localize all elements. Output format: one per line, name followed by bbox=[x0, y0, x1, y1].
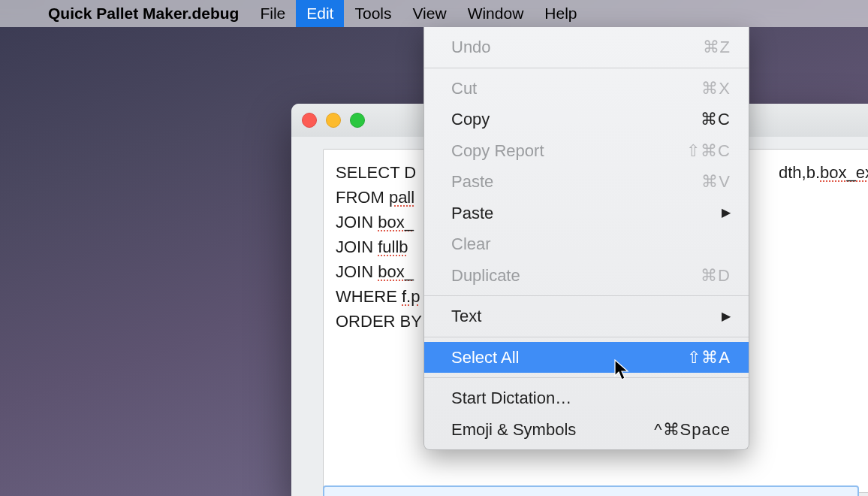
menu-separator bbox=[424, 337, 749, 337]
menu-item-shortcut: ⌘X bbox=[701, 78, 731, 99]
menu-item-shortcut: ⇧⌘A bbox=[687, 347, 731, 368]
menu-tools[interactable]: Tools bbox=[344, 0, 402, 27]
menu-item-shortcut: ⇧⌘C bbox=[686, 141, 731, 162]
menubar: Quick Pallet Maker.debug File Edit Tools… bbox=[0, 0, 868, 27]
menu-item-label: Text bbox=[451, 306, 722, 327]
menu-item-shortcut: ^⌘Space bbox=[654, 419, 731, 440]
menu-item-shortcut: ⌘D bbox=[701, 265, 731, 286]
edit-dropdown-menu: Undo⌘ZCut⌘XCopy⌘CCopy Report⇧⌘CPaste⌘VPa… bbox=[423, 27, 749, 450]
menu-item-paste-5: Paste⌘V bbox=[424, 166, 749, 198]
submenu-arrow-icon: ▶ bbox=[722, 205, 731, 220]
menu-item-label: Start Dictation… bbox=[451, 388, 731, 409]
menu-item-label: Copy Report bbox=[451, 141, 686, 162]
menu-item-label: Cut bbox=[451, 78, 701, 99]
menu-separator bbox=[424, 377, 749, 378]
menu-item-copy-report-4: Copy Report⇧⌘C bbox=[424, 135, 749, 167]
menu-item-cut-2: Cut⌘X bbox=[424, 73, 749, 104]
menu-window[interactable]: Window bbox=[457, 0, 535, 27]
text-right-fragment: dth,b.box_ex bbox=[779, 160, 868, 185]
menu-item-undo-0: Undo⌘Z bbox=[424, 32, 749, 63]
menu-item-text-10[interactable]: Text▶ bbox=[424, 301, 749, 332]
menu-item-label: Undo bbox=[451, 37, 703, 58]
menu-item-emoji-symbols-15[interactable]: Emoji & Symbols^⌘Space bbox=[424, 414, 749, 446]
bottom-highlight-bar[interactable] bbox=[323, 485, 859, 496]
menu-separator bbox=[424, 68, 749, 68]
menu-item-label: Emoji & Symbols bbox=[451, 419, 654, 440]
window-controls bbox=[302, 113, 365, 128]
menu-item-label: Copy bbox=[451, 109, 701, 130]
close-button[interactable] bbox=[302, 113, 317, 128]
menu-help[interactable]: Help bbox=[534, 0, 587, 27]
zoom-button[interactable] bbox=[350, 113, 365, 128]
menu-item-label: Duplicate bbox=[451, 265, 701, 286]
menu-item-label: Select All bbox=[451, 347, 687, 368]
menu-item-copy-3[interactable]: Copy⌘C bbox=[424, 104, 749, 135]
menu-view[interactable]: View bbox=[402, 0, 457, 27]
menu-item-clear-7: Clear bbox=[424, 228, 749, 260]
menu-item-label: Clear bbox=[451, 234, 731, 255]
menu-item-start-dictation-14[interactable]: Start Dictation… bbox=[424, 383, 749, 414]
menu-item-label: Paste bbox=[451, 203, 722, 224]
submenu-arrow-icon: ▶ bbox=[722, 309, 731, 324]
menu-edit[interactable]: Edit bbox=[296, 0, 344, 27]
menu-item-shortcut: ⌘C bbox=[701, 109, 731, 130]
menu-item-duplicate-8: Duplicate⌘D bbox=[424, 260, 749, 292]
menu-item-label: Paste bbox=[451, 171, 701, 192]
menu-item-shortcut: ⌘Z bbox=[703, 37, 731, 58]
minimize-button[interactable] bbox=[326, 113, 341, 128]
menu-item-select-all-12[interactable]: Select All⇧⌘A bbox=[424, 342, 749, 374]
menu-item-shortcut: ⌘V bbox=[701, 171, 731, 192]
menu-separator bbox=[424, 295, 749, 296]
app-menu[interactable]: Quick Pallet Maker.debug bbox=[38, 0, 249, 27]
menu-file[interactable]: File bbox=[249, 0, 296, 27]
menu-item-paste-6[interactable]: Paste▶ bbox=[424, 198, 749, 229]
